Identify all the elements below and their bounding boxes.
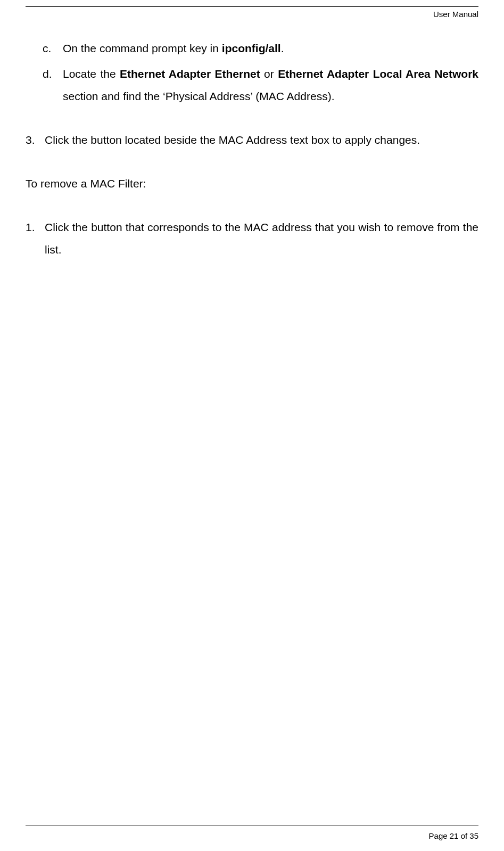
text-fragment: . xyxy=(281,42,284,54)
page-container: User Manual c. On the command prompt key… xyxy=(0,0,504,851)
list-text: Locate the Ethernet Adapter Ethernet or … xyxy=(63,63,478,108)
list-item-d: d. Locate the Ethernet Adapter Ethernet … xyxy=(26,63,478,108)
list-item-c: c. On the command prompt key in ipconfig… xyxy=(26,37,478,60)
footer-page-number: Page 21 of 35 xyxy=(429,831,478,840)
footer-rule xyxy=(26,825,478,825)
header-rule xyxy=(26,6,478,7)
list-text: Click the button that corresponds to the… xyxy=(45,216,478,261)
remove-heading: To remove a MAC Filter: xyxy=(26,173,478,195)
text-fragment: On the command prompt key in xyxy=(63,42,222,54)
text-fragment: section and find the ‘Physical Address’ … xyxy=(63,90,334,102)
list-item-1: 1. Click the button that corresponds to … xyxy=(26,216,478,261)
list-marker: 1. xyxy=(26,216,45,261)
text-fragment: Locate the xyxy=(63,68,120,80)
text-fragment: or xyxy=(260,68,278,80)
content-area: c. On the command prompt key in ipconfig… xyxy=(26,0,478,261)
list-text: On the command prompt key in ipconfig/al… xyxy=(63,37,478,60)
list-marker: 3. xyxy=(26,129,45,151)
list-text: Click the button located beside the MAC … xyxy=(45,129,478,151)
bold-text: Ethernet Adapter Local Area Network xyxy=(278,68,478,80)
list-marker: d. xyxy=(26,63,63,108)
bold-text: Ethernet Adapter Ethernet xyxy=(120,68,260,80)
list-marker: c. xyxy=(26,37,63,60)
bold-text: ipconfig/all xyxy=(222,42,281,54)
list-item-3: 3. Click the button located beside the M… xyxy=(26,129,478,151)
header-title: User Manual xyxy=(433,10,478,19)
